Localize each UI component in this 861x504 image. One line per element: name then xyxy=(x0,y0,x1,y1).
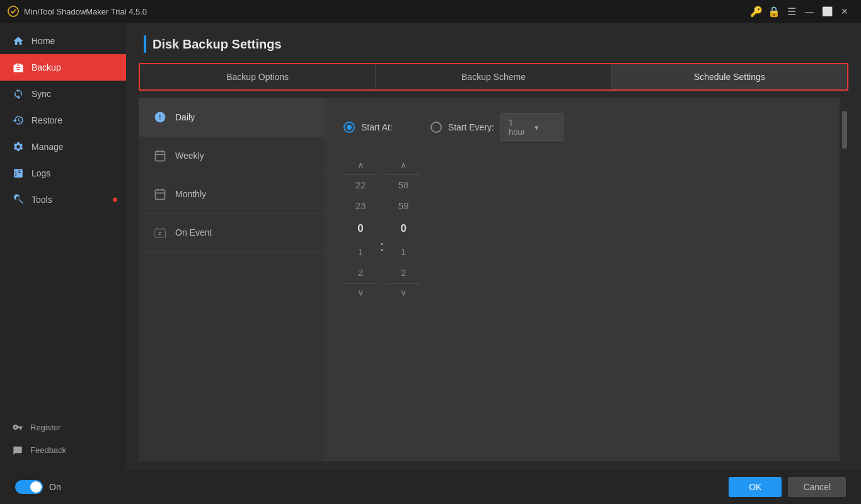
scrollbar-thumb[interactable] xyxy=(842,111,847,149)
svg-rect-5 xyxy=(156,190,165,199)
hours-column: ∧ 22 23 0 1 2 ∨ xyxy=(344,156,378,301)
schedule-main: Start At: Start Every: 1 hour ▾ xyxy=(325,98,840,461)
start-every-value: 1 hour xyxy=(509,118,529,137)
maximize-button[interactable]: ⬜ xyxy=(818,3,836,20)
sidebar-nav: Home Backup Sync Restore Manage Logs xyxy=(0,23,126,408)
sidebar-item-logs[interactable]: Logs xyxy=(0,160,126,186)
start-every-label: Start Every: xyxy=(448,122,494,132)
page-title: Disk Backup Settings xyxy=(153,37,282,52)
svg-rect-1 xyxy=(156,151,165,161)
minutes-down-button[interactable]: ∨ xyxy=(393,284,413,301)
hour-minus1: 23 xyxy=(344,195,378,216)
sidebar: Home Backup Sync Restore Manage Logs xyxy=(0,23,126,469)
toggle-switch[interactable] xyxy=(15,480,43,494)
hour-current: 0 xyxy=(344,216,378,241)
radio-row: Start At: Start Every: 1 hour ▾ xyxy=(344,113,821,141)
sidebar-bottom: Register Feedback xyxy=(0,408,126,469)
main-content: Disk Backup Settings Backup Options Back… xyxy=(126,23,861,469)
title-bar: MiniTool ShadowMaker Trial 4.5.0 🔑 🔒 ☰ —… xyxy=(0,0,861,23)
sidebar-label-home: Home xyxy=(32,36,55,46)
start-at-radio[interactable] xyxy=(344,122,355,133)
hour-plus1: 1 xyxy=(344,241,378,262)
cancel-button[interactable]: Cancel xyxy=(788,477,846,497)
start-every-option[interactable]: Start Every: 1 hour ▾ xyxy=(430,113,563,141)
schedule-sidebar: Daily Weekly Monthly On Event xyxy=(139,98,325,461)
footer-buttons: OK Cancel xyxy=(729,477,846,497)
sidebar-label-logs: Logs xyxy=(32,168,50,178)
app-logo: MiniTool ShadowMaker Trial 4.5.0 xyxy=(8,6,748,17)
min-plus1: 1 xyxy=(386,241,420,262)
min-current: 0 xyxy=(386,216,420,241)
schedule-item-on-event[interactable]: On Event xyxy=(139,214,325,252)
sidebar-label-manage: Manage xyxy=(32,142,64,152)
dropdown-chevron-icon: ▾ xyxy=(535,123,555,132)
hours-down-button[interactable]: ∨ xyxy=(350,284,371,301)
minutes-up-button[interactable]: ∧ xyxy=(393,156,413,174)
feedback-label: Feedback xyxy=(30,445,66,455)
schedule-weekly-label: Weekly xyxy=(175,151,204,161)
sidebar-label-sync: Sync xyxy=(32,89,51,99)
start-at-option[interactable]: Start At: xyxy=(344,122,393,133)
sidebar-label-restore: Restore xyxy=(32,115,62,125)
app-footer: On OK Cancel xyxy=(0,469,861,504)
register-label: Register xyxy=(30,423,61,432)
header-bar xyxy=(144,35,146,53)
minimize-button[interactable]: — xyxy=(800,3,818,20)
start-at-label: Start At: xyxy=(361,122,393,132)
start-every-radio[interactable] xyxy=(430,122,442,133)
tab-backup-scheme[interactable]: Backup Scheme xyxy=(376,64,611,89)
sidebar-item-restore[interactable]: Restore xyxy=(0,107,126,134)
min-minus2: 58 xyxy=(386,175,420,195)
schedule-monthly-label: Monthly xyxy=(175,189,206,199)
key-icon[interactable]: 🔑 xyxy=(748,3,765,20)
sidebar-item-sync[interactable]: Sync xyxy=(0,81,126,107)
schedule-item-monthly[interactable]: Monthly xyxy=(139,175,325,214)
minutes-column: ∧ 58 59 0 1 2 ∨ xyxy=(386,156,420,301)
sidebar-label-backup: Backup xyxy=(32,62,61,72)
tab-backup-options[interactable]: Backup Options xyxy=(140,64,376,89)
page-header: Disk Backup Settings xyxy=(126,23,861,63)
lock-icon[interactable]: 🔒 xyxy=(765,3,783,20)
sidebar-item-register[interactable]: Register xyxy=(0,416,126,438)
schedule-item-daily[interactable]: Daily xyxy=(139,98,325,137)
sidebar-item-home[interactable]: Home xyxy=(0,28,126,54)
close-button[interactable]: ✕ xyxy=(836,3,853,20)
menu-icon[interactable]: ☰ xyxy=(783,3,800,20)
footer-toggle[interactable]: On xyxy=(15,480,61,494)
toggle-label: On xyxy=(49,482,61,492)
start-every-dropdown[interactable]: 1 hour ▾ xyxy=(500,113,563,141)
sidebar-label-tools: Tools xyxy=(32,195,52,205)
app-title: MiniTool ShadowMaker Trial 4.5.0 xyxy=(24,7,147,16)
sidebar-item-tools[interactable]: Tools xyxy=(0,186,126,213)
schedule-on-event-label: On Event xyxy=(175,227,212,238)
tab-bar: Backup Options Backup Scheme Schedule Se… xyxy=(139,63,848,91)
sidebar-item-feedback[interactable]: Feedback xyxy=(0,438,126,461)
time-colon: : xyxy=(378,238,386,255)
tab-schedule-settings[interactable]: Schedule Settings xyxy=(612,64,847,89)
hours-up-button[interactable]: ∧ xyxy=(350,156,371,174)
ok-button[interactable]: OK xyxy=(729,477,782,497)
hour-minus2: 22 xyxy=(344,175,378,195)
sidebar-item-manage[interactable]: Manage xyxy=(0,134,126,160)
content-area: Daily Weekly Monthly On Event xyxy=(139,98,848,461)
svg-point-0 xyxy=(8,6,18,16)
schedule-daily-label: Daily xyxy=(175,112,195,122)
sidebar-item-backup[interactable]: Backup xyxy=(0,54,126,81)
minutes-values: 58 59 0 1 2 xyxy=(386,174,420,284)
min-minus1: 59 xyxy=(386,195,420,216)
min-plus2: 2 xyxy=(386,262,420,283)
scrollbar[interactable] xyxy=(840,98,848,461)
schedule-item-weekly[interactable]: Weekly xyxy=(139,137,325,175)
time-picker: ∧ 22 23 0 1 2 ∨ : ∧ xyxy=(344,156,821,301)
hour-plus2: 2 xyxy=(344,262,378,283)
tools-dot xyxy=(113,198,117,202)
hours-values: 22 23 0 1 2 xyxy=(344,174,378,284)
